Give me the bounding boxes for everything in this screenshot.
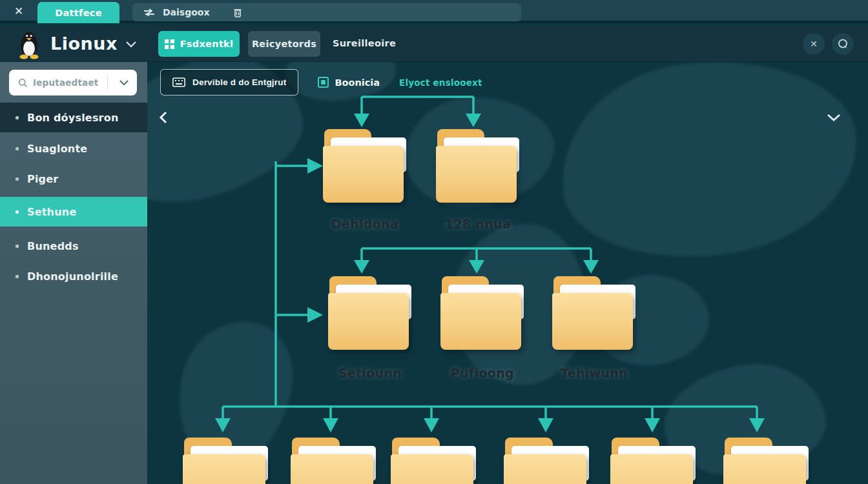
tux-penguin-logo xyxy=(17,30,41,59)
tab-secondary-label: Daisgoox xyxy=(163,7,210,17)
sidebar-filter-select[interactable]: Ieputaedtaet xyxy=(9,70,137,96)
bullet-icon xyxy=(16,245,19,248)
sidebar-item-label: Piger xyxy=(27,173,58,185)
grid-icon xyxy=(165,39,174,49)
tab-active-label: Dattfece xyxy=(55,8,102,18)
folder-front xyxy=(610,454,693,484)
bullet-icon xyxy=(16,147,19,150)
folder-icon-level3-4[interactable] xyxy=(504,438,590,484)
sidebar-item-3-selected[interactable]: Sethune xyxy=(0,197,147,227)
chat-button[interactable] xyxy=(832,33,854,55)
folder-front xyxy=(436,146,517,203)
folder-label: Setiounn xyxy=(315,366,425,380)
folder-front xyxy=(391,454,473,484)
sidebar-item-2[interactable]: Piger xyxy=(0,164,147,194)
sidebar-item-1[interactable]: Suaglonte xyxy=(0,134,147,163)
bullet-icon xyxy=(16,210,19,214)
chevron-down-icon[interactable] xyxy=(125,41,137,48)
browser-tab-bar: ✕ Dattfece Daisgoox xyxy=(0,0,868,23)
folder-icon-128-nnua[interactable] xyxy=(436,129,520,203)
tree-connectors xyxy=(147,62,868,484)
folder-front xyxy=(552,293,633,350)
sidebar-item-label: Dhonojunolrille xyxy=(27,270,118,283)
sidebar-item-label: Bunedds xyxy=(27,240,79,252)
folder-icon-pufioong[interactable] xyxy=(440,276,524,350)
folder-label: 128 nnua xyxy=(423,217,533,231)
folder-tree-canvas: Dervible d do Entgjrut Boonicia Elyoct e… xyxy=(147,62,868,484)
folder-icon-setiounn[interactable] xyxy=(328,276,412,350)
app-title: Lionux xyxy=(50,34,118,54)
folder-front xyxy=(440,293,521,350)
tab-secondary[interactable]: Daisgoox xyxy=(132,3,521,21)
folder-icon-level3-5[interactable] xyxy=(610,438,696,484)
chat-icon xyxy=(837,38,849,50)
folder-front xyxy=(504,454,586,484)
sidebar: Ieputaedtaet Bon dóyslesron Suaglonte Pi… xyxy=(0,62,147,484)
divider xyxy=(107,75,108,90)
tertiary-view-label[interactable]: Sureilleoire xyxy=(333,38,396,48)
folder-front xyxy=(183,454,265,484)
folder-label: Tehiwunn xyxy=(539,366,649,380)
folder-icon-level3-1[interactable] xyxy=(183,438,269,484)
bullet-icon xyxy=(16,275,19,278)
folder-icon-level3-3[interactable] xyxy=(391,438,477,484)
filter-placeholder: Ieputaedtaet xyxy=(33,77,102,88)
bullet-icon xyxy=(16,116,19,119)
folder-label: Dehldona xyxy=(310,217,420,231)
folder-icon-tehiwunn[interactable] xyxy=(552,276,636,350)
close-icon: ✕ xyxy=(810,39,818,49)
close-icon[interactable]: ✕ xyxy=(14,5,23,17)
folder-front xyxy=(328,293,409,350)
folders-view-label: Fsdxentkl xyxy=(180,39,234,49)
folder-label: Pufioong xyxy=(428,366,537,380)
bullet-icon xyxy=(16,177,19,181)
folder-front xyxy=(723,454,806,484)
sidebar-item-5[interactable]: Dhonojunolrille xyxy=(0,261,147,291)
folder-front xyxy=(323,146,404,203)
sidebar-item-0[interactable]: Bon dóyslesron xyxy=(0,103,147,132)
app-header: Lionux Fsdxentkl Reicyetords Sureilleoir… xyxy=(0,26,868,62)
folders-view-button[interactable]: Fsdxentkl xyxy=(158,31,240,57)
sidebar-item-label: Bon dóyslesron xyxy=(27,112,118,124)
folder-front xyxy=(291,454,373,484)
fork-icon xyxy=(143,8,156,17)
secondary-view-button[interactable]: Reicyetords xyxy=(248,31,320,57)
folder-icon-level3-2[interactable] xyxy=(291,438,377,484)
sidebar-item-label: Suaglonte xyxy=(27,143,87,155)
chevron-down-icon[interactable] xyxy=(119,79,129,86)
folder-icon-dehldona[interactable] xyxy=(323,129,407,203)
secondary-view-label: Reicyetords xyxy=(252,39,316,49)
trash-icon[interactable] xyxy=(234,8,242,17)
search-icon xyxy=(18,78,28,88)
folder-icon-level3-6[interactable] xyxy=(723,438,809,484)
close-window-button[interactable]: ✕ xyxy=(803,33,825,55)
sidebar-item-label: Sethune xyxy=(27,206,76,218)
tab-active[interactable]: Dattfece xyxy=(37,2,119,23)
sidebar-item-4[interactable]: Bunedds xyxy=(0,231,147,261)
